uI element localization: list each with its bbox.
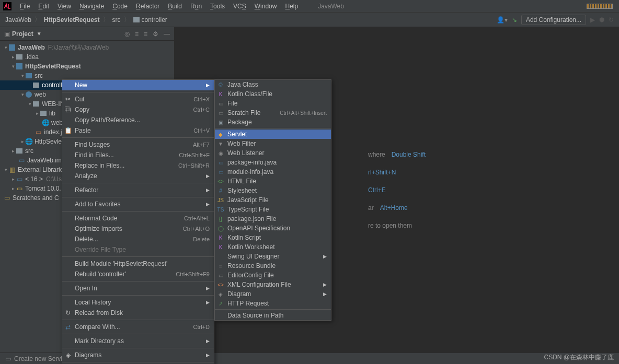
submenu-item[interactable]: TSTypeScript File <box>215 205 331 214</box>
submenu-item[interactable]: ◉Web Listener <box>215 148 331 158</box>
submenu-item[interactable]: ▼Web Filter <box>215 139 331 148</box>
collapse-all-icon[interactable]: ≡ <box>144 30 147 38</box>
cm-item[interactable]: Copy Path/Reference... <box>62 115 214 125</box>
cm-item[interactable]: Find in Files...Ctrl+Shift+F <box>62 150 214 160</box>
file-type-icon: ◯ <box>217 226 224 231</box>
menu-refactor[interactable]: Refactor <box>132 3 164 10</box>
file-type-icon: # <box>217 188 224 194</box>
submenu-item[interactable]: ▭module-info.java <box>215 167 331 177</box>
submenu-item[interactable]: ©Java Class <box>215 80 331 89</box>
submenu-item[interactable]: ◈Diagram▶ <box>215 289 331 299</box>
cm-item[interactable]: 📋PasteCtrl+V <box>62 125 214 136</box>
cm-local-history[interactable]: Local History▶ <box>62 297 214 308</box>
menu-help[interactable]: Help <box>281 3 302 10</box>
submenu-item[interactable]: {}package.json File <box>215 214 331 224</box>
cm-compare[interactable]: ⇄Compare With...Ctrl+D <box>62 322 214 332</box>
submenu-item[interactable]: Data Source in Path <box>215 311 331 320</box>
navigation-bar: JavaWeb 〉 HttpSevletRequest 〉 src 〉 cont… <box>0 13 619 27</box>
menu-vcs[interactable]: VCS <box>229 3 250 10</box>
file-type-icon: © <box>217 82 224 88</box>
debug-icon[interactable]: ⬢ <box>599 16 604 24</box>
cm-item[interactable]: ⿻CopyCtrl+C <box>62 104 214 115</box>
submenu-item[interactable]: KKotlin Worksheet <box>215 242 331 252</box>
menu-file[interactable]: File <box>16 3 34 10</box>
cm-item[interactable]: Replace in Files...Ctrl+Shift+R <box>62 160 214 171</box>
watermark: CSDN @在森林中麋了鹿 <box>544 353 614 362</box>
submenu-item[interactable]: Swing UI Designer▶ <box>215 252 331 261</box>
submenu-item[interactable]: ▣Package <box>215 118 331 127</box>
crumb-src[interactable]: src <box>112 16 121 24</box>
cm-item[interactable]: Find UsagesAlt+F7 <box>62 139 214 150</box>
cm-item[interactable]: Optimize ImportsCtrl+Alt+O <box>62 224 214 234</box>
file-type-icon: ▭ <box>217 169 224 175</box>
menu-window[interactable]: Window <box>250 3 281 10</box>
diagram-icon: ◈ <box>64 351 72 359</box>
project-dropdown-icon: ▣ <box>4 30 10 38</box>
submenu-item[interactable]: #Stylesheet <box>215 186 331 195</box>
tree-idea[interactable]: ▸.idea <box>0 52 174 62</box>
file-type-icon: ◈ <box>217 291 224 297</box>
expand-all-icon[interactable]: ≡ <box>135 30 139 38</box>
menu-tools[interactable]: Tools <box>206 3 229 10</box>
menu-run[interactable]: Run <box>186 3 206 10</box>
cm-reload[interactable]: ↻Reload from Disk <box>62 308 214 318</box>
submenu-item[interactable]: <>HTML File <box>215 177 331 186</box>
crumb-root[interactable]: JavaWeb <box>5 16 31 24</box>
app-logo-icon <box>3 2 12 10</box>
crumb-controller[interactable]: controller <box>133 16 167 24</box>
cm-refactor[interactable]: Refactor▶ <box>62 185 214 195</box>
menu-build[interactable]: Build <box>164 3 186 10</box>
cm-build-module[interactable]: Build Module 'HttpSevletRequest' <box>62 259 214 269</box>
file-type-icon: K <box>217 235 224 241</box>
submenu-item[interactable]: ◯OpenAPI Specification <box>215 224 331 233</box>
submenu-item[interactable]: KKotlin Class/File <box>215 89 331 99</box>
stop-icon[interactable]: ↻ <box>609 16 614 24</box>
build-icon[interactable]: ↘ <box>512 16 517 24</box>
empty-editor-tips: whereDouble Shift rl+Shift+N Ctrl+E arAl… <box>368 146 426 234</box>
menu-navigate[interactable]: Navigate <box>75 3 108 10</box>
cm-favorites[interactable]: Add to Favorites▶ <box>62 199 214 209</box>
sidebar-title: Project <box>12 30 33 38</box>
submenu-item[interactable]: ▭EditorConfig File <box>215 271 331 280</box>
cm-item[interactable]: ✂CutCtrl+X <box>62 94 214 104</box>
submenu-item[interactable]: ▭Scratch FileCtrl+Alt+Shift+Insert <box>215 108 331 118</box>
cm-item[interactable]: Delete...Delete <box>62 234 214 244</box>
file-type-icon: K <box>217 91 224 97</box>
sidebar-header[interactable]: ▣ Project ▼ ◎ ≡ ≡ ⚙ — <box>0 27 174 41</box>
run-icon[interactable]: ▶ <box>590 16 595 24</box>
status-icon: ▭ <box>5 355 11 362</box>
file-type-icon: ↗ <box>217 301 224 307</box>
submenu-item[interactable]: ≡Resource Bundle <box>215 261 331 271</box>
add-configuration-button[interactable]: Add Configuration... <box>521 15 586 25</box>
cm-item[interactable]: Analyze▶ <box>62 171 214 181</box>
submenu-item[interactable]: ▭package-info.java <box>215 158 331 167</box>
cm-item[interactable]: Reformat CodeCtrl+Alt+L <box>62 213 214 224</box>
user-icon[interactable]: 👤▾ <box>497 16 508 24</box>
submenu-item[interactable]: ▭File <box>215 99 331 108</box>
file-type-icon: <> <box>217 282 224 288</box>
menu-edit[interactable]: Edit <box>34 3 53 10</box>
tree-module[interactable]: ▾HttpSevletRequest <box>0 62 174 71</box>
settings-icon[interactable]: ⚙ <box>153 30 158 38</box>
submenu-item[interactable]: ◆Servlet <box>215 130 331 139</box>
submenu-item[interactable]: JSJavaScript File <box>215 195 331 205</box>
hide-icon[interactable]: — <box>164 30 170 38</box>
menu-code[interactable]: Code <box>108 3 132 10</box>
file-type-icon: JS <box>217 197 224 203</box>
tree-root[interactable]: ▾JavaWebF:\Java代码\JavaWeb <box>0 43 174 52</box>
submenu-item[interactable]: ↗HTTP Request <box>215 299 331 308</box>
file-type-icon: ▭ <box>217 160 224 166</box>
cm-rebuild[interactable]: Rebuild 'controller'Ctrl+Shift+F9 <box>62 269 214 279</box>
menu-view[interactable]: View <box>53 3 75 10</box>
crumb-module[interactable]: HttpSevletRequest <box>44 16 100 24</box>
chevron-down-icon: ▼ <box>37 31 42 37</box>
cm-mark-dir[interactable]: Mark Directory as▶ <box>62 336 214 346</box>
submenu-item[interactable]: KKotlin Script <box>215 233 331 242</box>
cm-diagrams[interactable]: ◈Diagrams▶ <box>62 350 214 360</box>
select-opened-icon[interactable]: ◎ <box>124 30 130 38</box>
cm-open-in[interactable]: Open In▶ <box>62 283 214 293</box>
file-type-icon: {} <box>217 216 224 222</box>
submenu-item[interactable]: <>XML Configuration File▶ <box>215 280 331 289</box>
cm-new[interactable]: New▶ <box>62 80 214 90</box>
file-type-icon: TS <box>217 207 224 213</box>
